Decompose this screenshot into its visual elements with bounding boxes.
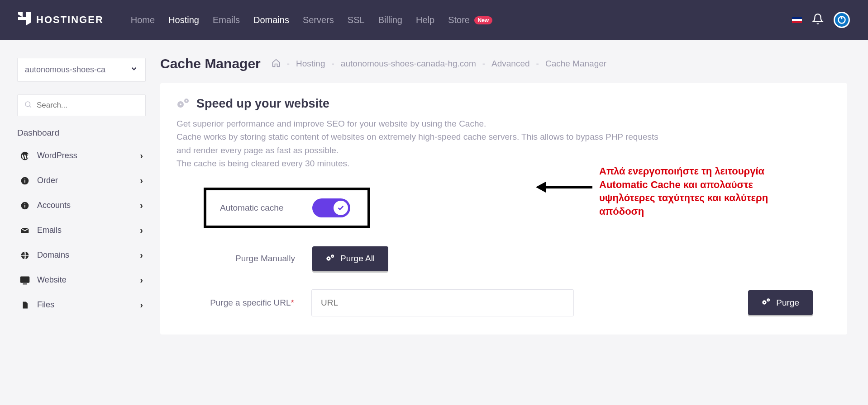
info-icon xyxy=(20,176,30,186)
auto-cache-toggle[interactable] xyxy=(312,198,350,217)
gears-icon xyxy=(326,254,335,264)
purge-manually-row: Purge Manually Purge All xyxy=(204,246,388,271)
svg-marker-30 xyxy=(536,182,546,193)
svg-point-20 xyxy=(186,100,187,101)
svg-rect-13 xyxy=(24,203,25,204)
svg-marker-2 xyxy=(26,20,31,25)
layout: autonomous-shoes-ca Dashboard WordPress … xyxy=(0,40,868,334)
chevron-right-icon: › xyxy=(140,200,143,211)
purge-button[interactable]: Purge xyxy=(748,290,813,315)
sidebar-item-website[interactable]: Website › xyxy=(17,268,146,292)
chevron-right-icon: › xyxy=(140,275,143,285)
sidebar-item-label: Emails xyxy=(37,226,62,235)
nav-emails[interactable]: Emails xyxy=(213,15,240,25)
svg-rect-12 xyxy=(24,205,25,207)
auto-cache-box: Automatic cache xyxy=(204,188,370,228)
new-badge: New xyxy=(474,16,493,24)
sidebar: autonomous-shoes-ca Dashboard WordPress … xyxy=(14,40,149,334)
globe-icon xyxy=(20,250,30,260)
domain-select[interactable]: autonomous-shoes-ca xyxy=(17,58,146,82)
svg-marker-0 xyxy=(18,12,23,17)
sidebar-item-domains[interactable]: Domains › xyxy=(17,243,146,268)
card-desc-2: Cache works by storing static content of… xyxy=(176,130,674,157)
nav-billing[interactable]: Billing xyxy=(378,15,402,25)
info-icon xyxy=(20,201,30,211)
nav-home[interactable]: Home xyxy=(131,15,155,25)
sidebar-item-label: Website xyxy=(37,275,67,285)
chevron-down-icon xyxy=(130,65,138,75)
purge-url-input[interactable] xyxy=(311,289,574,316)
chevron-right-icon: › xyxy=(140,175,143,186)
toggle-knob xyxy=(334,201,348,215)
svg-point-28 xyxy=(768,300,769,301)
card-head: Speed up your website xyxy=(176,97,831,111)
chevron-right-icon: › xyxy=(140,300,143,310)
nav-help[interactable]: Help xyxy=(416,15,434,25)
svg-point-24 xyxy=(332,255,333,256)
page-title: Cache Manager xyxy=(160,56,261,71)
svg-point-22 xyxy=(328,258,329,259)
nav-servers[interactable]: Servers xyxy=(303,15,334,25)
topbar-right xyxy=(792,12,850,28)
chevron-right-icon: › xyxy=(140,151,143,161)
svg-rect-10 xyxy=(24,179,25,179)
svg-point-5 xyxy=(25,102,30,107)
search-icon xyxy=(24,100,32,110)
crumb-current: Cache Manager xyxy=(545,59,606,69)
sidebar-heading: Dashboard xyxy=(17,128,146,138)
chevron-right-icon: › xyxy=(140,225,143,235)
brand-logo[interactable]: HOSTINGER xyxy=(18,12,104,28)
logo-icon xyxy=(18,12,31,28)
avatar[interactable] xyxy=(834,12,850,28)
sidebar-item-accounts[interactable]: Accounts › xyxy=(17,193,146,218)
main: Cache Manager -Hosting -autonomous-shoes… xyxy=(149,40,854,334)
svg-point-26 xyxy=(764,302,765,303)
svg-point-18 xyxy=(180,104,181,105)
svg-line-6 xyxy=(29,106,31,107)
crumb-advanced[interactable]: Advanced xyxy=(491,59,530,69)
gears-icon xyxy=(176,97,190,111)
crumb-hosting[interactable]: Hosting xyxy=(296,59,325,69)
search-wrap xyxy=(17,94,146,116)
envelope-icon xyxy=(20,226,30,235)
bell-icon[interactable] xyxy=(812,13,824,27)
chevron-right-icon: › xyxy=(140,250,143,260)
crumb-domain[interactable]: autonomous-shoes-canada-hg.com xyxy=(341,59,476,69)
file-icon xyxy=(20,300,30,310)
auto-cache-label: Automatic cache xyxy=(220,203,283,213)
wordpress-icon xyxy=(20,151,30,161)
nav-hosting[interactable]: Hosting xyxy=(168,15,199,25)
sidebar-item-emails[interactable]: Emails › xyxy=(17,218,146,243)
purge-url-label: Purge a specific URL* xyxy=(204,298,294,308)
sidebar-item-order[interactable]: Order › xyxy=(17,168,146,193)
sidebar-item-label: Order xyxy=(37,176,58,185)
domain-select-label: autonomous-shoes-ca xyxy=(25,65,105,75)
svg-rect-9 xyxy=(24,180,25,183)
gears-icon xyxy=(762,297,771,308)
sidebar-item-label: Domains xyxy=(37,250,69,260)
card-cache-manager: Speed up your website Get superior perfo… xyxy=(160,83,847,334)
sidebar-item-label: Accounts xyxy=(37,201,71,210)
nav-store[interactable]: Store New xyxy=(448,15,492,25)
page-head: Cache Manager -Hosting -autonomous-shoes… xyxy=(160,56,847,71)
flag-icon[interactable] xyxy=(792,17,802,23)
svg-rect-15 xyxy=(21,277,29,282)
nav-domains[interactable]: Domains xyxy=(253,15,289,25)
sidebar-item-wordpress[interactable]: WordPress › xyxy=(17,143,146,168)
purge-manually-label: Purge Manually xyxy=(235,254,295,264)
nav-ssl[interactable]: SSL xyxy=(348,15,365,25)
brand-text: HOSTINGER xyxy=(36,14,104,26)
search-input[interactable] xyxy=(37,101,139,110)
breadcrumb: -Hosting -autonomous-shoes-canada-hg.com… xyxy=(272,58,606,70)
primary-nav: Home Hosting Emails Domains Servers SSL … xyxy=(131,15,492,25)
sidebar-item-label: Files xyxy=(37,300,54,310)
topbar: HOSTINGER Home Hosting Emails Domains Se… xyxy=(0,0,868,40)
home-icon[interactable] xyxy=(272,58,281,70)
sidebar-item-files[interactable]: Files › xyxy=(17,292,146,317)
card-desc-1: Get superior performance and improve SEO… xyxy=(176,117,674,130)
card-title: Speed up your website xyxy=(196,97,329,111)
purge-all-button[interactable]: Purge All xyxy=(312,246,388,271)
sidebar-item-label: WordPress xyxy=(37,151,77,160)
arrow-annotation xyxy=(536,178,595,198)
callout-text: Απλά ενεργοποιήστε τη λειτουργία Automat… xyxy=(599,165,789,218)
